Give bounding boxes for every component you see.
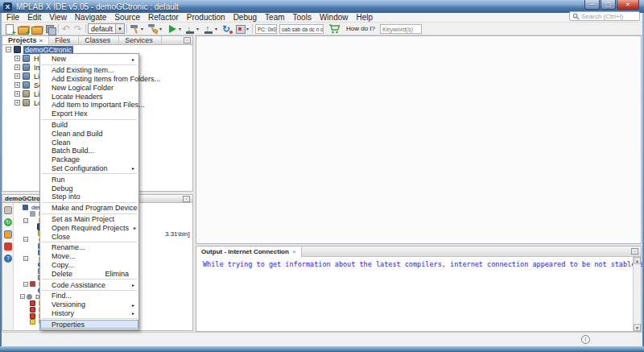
- expander-icon[interactable]: +: [14, 64, 20, 70]
- build-button[interactable]: ▾: [129, 23, 143, 35]
- close-window-button[interactable]: ✕: [617, 0, 639, 10]
- context-menu-item[interactable]: Set Configuration ▸: [40, 164, 138, 173]
- context-menu-item[interactable]: Clean: [40, 138, 138, 147]
- context-menu-item[interactable]: Run: [40, 175, 138, 184]
- pdf-report-icon[interactable]: [4, 242, 12, 251]
- title-bar[interactable]: X MPLAB X IDE v5.05 - demoGCtronic : def…: [0, 0, 644, 13]
- save-all-button[interactable]: [44, 23, 56, 35]
- context-menu-item[interactable]: Build: [40, 121, 138, 130]
- expander-icon[interactable]: −: [20, 294, 25, 299]
- open-project-button[interactable]: [31, 23, 43, 35]
- maximize-window-button[interactable]: ▢: [601, 0, 616, 10]
- context-menu-item[interactable]: Open Required Projects ▸: [40, 223, 138, 232]
- menu-bar-item[interactable]: Tools: [289, 13, 316, 23]
- submenu-arrow-icon: ▸: [129, 310, 134, 316]
- context-menu-item[interactable]: Set as Main Project: [40, 215, 138, 224]
- minimize-window-button[interactable]: ─: [584, 0, 600, 10]
- output-body[interactable]: While trying to get information about th…: [196, 257, 633, 331]
- context-menu-item[interactable]: Rename...: [40, 243, 138, 252]
- expander-icon[interactable]: +: [14, 91, 20, 97]
- context-menu-item[interactable]: History ▸: [40, 309, 138, 318]
- panel-tab[interactable]: Classes: [79, 36, 119, 44]
- scroll-up-icon[interactable]: ▲: [634, 257, 641, 264]
- context-menu-item[interactable]: Versioning ▸: [40, 300, 138, 309]
- menu-bar-item[interactable]: Refactor: [144, 13, 183, 23]
- expander-icon[interactable]: −: [23, 218, 28, 223]
- pc-value-field[interactable]: PC: 0x0: [255, 24, 277, 34]
- keyword-input[interactable]: [380, 24, 422, 34]
- project-properties-icon[interactable]: [4, 206, 12, 214]
- context-menu-item[interactable]: Code Assistance ▸: [40, 280, 138, 289]
- menu-bar-item[interactable]: Navigate: [71, 13, 110, 23]
- notifications-icon[interactable]: !: [581, 335, 590, 344]
- minimize-dashboard-icon[interactable]: ▫: [183, 196, 190, 202]
- node-icon: [30, 300, 35, 306]
- redo-button[interactable]: [73, 23, 85, 35]
- minimize-panel-icon[interactable]: ▫: [184, 37, 191, 43]
- new-file-button[interactable]: [3, 23, 15, 35]
- menu-bar-item[interactable]: File: [2, 13, 23, 23]
- expander-icon[interactable]: +: [14, 100, 20, 106]
- make-and-program-button[interactable]: ↓▾: [184, 23, 199, 35]
- context-menu-item[interactable]: Move...: [40, 252, 138, 261]
- context-menu-item[interactable]: Close: [40, 232, 138, 241]
- context-menu-item[interactable]: Export Hex: [40, 110, 138, 118]
- context-menu-item[interactable]: Locate Headers: [40, 92, 138, 101]
- window-left-border: [0, 13, 2, 346]
- help-icon[interactable]: ?: [4, 255, 12, 263]
- menu-bar-item[interactable]: Source: [110, 13, 144, 23]
- expander-icon[interactable]: −: [23, 237, 28, 242]
- hold-in-reset-button[interactable]: ▾: [234, 23, 249, 35]
- clean-and-build-button[interactable]: ▾: [147, 23, 162, 35]
- menu-bar-item[interactable]: Help: [352, 13, 377, 23]
- output-tab[interactable]: Output - Internet Connection ×: [196, 246, 302, 257]
- context-menu-item[interactable]: Clean and Build: [40, 129, 138, 138]
- breakpoints-icon[interactable]: [4, 230, 12, 238]
- context-menu-item[interactable]: Batch Build...: [40, 147, 138, 155]
- expander-icon[interactable]: +: [14, 56, 20, 61]
- editor-area[interactable]: [196, 35, 642, 244]
- status-flags-field[interactable]: oab sab da dc n ov z c: [279, 24, 324, 34]
- context-menu-item[interactable]: Debug: [40, 184, 138, 193]
- expander-icon[interactable]: +: [14, 82, 20, 88]
- menu-bar-item[interactable]: Production: [183, 13, 229, 23]
- configuration-select[interactable]: default ▼: [88, 23, 125, 34]
- mplab-store-button[interactable]: [328, 23, 341, 35]
- read-device-button[interactable]: ↑▾: [203, 23, 217, 35]
- menu-bar-item[interactable]: Team: [261, 13, 288, 23]
- expander-icon[interactable]: −: [23, 256, 28, 261]
- close-tab-icon[interactable]: ×: [39, 37, 43, 44]
- context-menu-item[interactable]: Properties: [40, 320, 138, 329]
- close-tab-icon[interactable]: ×: [292, 248, 296, 255]
- panel-tab[interactable]: Projects×: [2, 36, 49, 44]
- context-menu-item[interactable]: Add Existing Items from Folders...: [40, 75, 138, 84]
- new-project-button[interactable]: [17, 23, 29, 35]
- output-scrollbar[interactable]: ▲ ▼: [633, 257, 641, 331]
- context-menu-item[interactable]: Delete Elimina: [40, 269, 138, 278]
- menu-bar-item[interactable]: Debug: [229, 13, 261, 23]
- menu-bar-item[interactable]: View: [45, 13, 71, 23]
- context-menu-item[interactable]: Copy...: [40, 261, 138, 270]
- context-menu-item[interactable]: Step into: [40, 193, 138, 201]
- refresh-debug-tool-button[interactable]: [221, 23, 233, 35]
- context-menu-item[interactable]: Add Item to Important Files...: [40, 101, 138, 110]
- run-project-button[interactable]: ▾: [167, 23, 181, 35]
- scroll-down-icon[interactable]: ▼: [634, 324, 641, 331]
- context-menu-item[interactable]: Add Existing Item...: [40, 66, 138, 75]
- expander-icon[interactable]: +: [14, 73, 20, 79]
- expander-icon[interactable]: −: [23, 282, 28, 287]
- expander-icon[interactable]: −: [6, 47, 11, 52]
- menu-bar-item[interactable]: Edit: [23, 13, 45, 23]
- context-menu-item[interactable]: New ▸: [40, 55, 138, 64]
- menu-bar-item[interactable]: Window: [316, 13, 353, 23]
- panel-tab[interactable]: Services: [119, 36, 162, 44]
- panel-tab[interactable]: Files: [49, 36, 79, 44]
- search-box[interactable]: Search (Ctrl+I): [569, 11, 640, 21]
- context-menu-item[interactable]: Find...: [40, 292, 138, 300]
- context-menu-item[interactable]: Package: [40, 155, 138, 164]
- minimize-output-icon[interactable]: ▫: [631, 248, 638, 255]
- undo-button[interactable]: [61, 23, 73, 35]
- context-menu-item[interactable]: New Logical Folder: [40, 83, 138, 92]
- refresh-icon[interactable]: ↻: [4, 218, 12, 226]
- context-menu-item[interactable]: Make and Program Device: [40, 204, 138, 213]
